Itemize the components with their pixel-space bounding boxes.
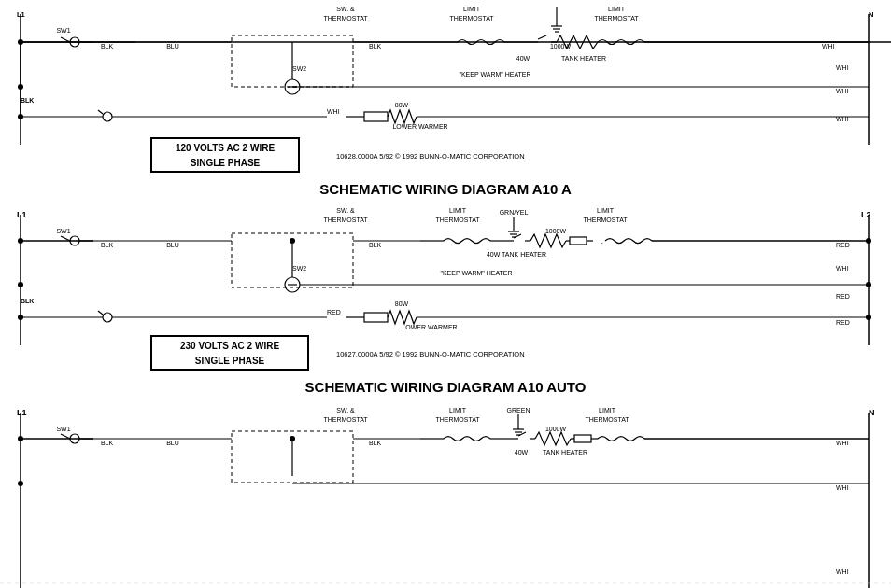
40w-label-3: 40W [515, 449, 529, 455]
svg-rect-33 [364, 112, 388, 121]
svg-point-80 [866, 238, 871, 244]
whi-label-1b: WHI [836, 64, 849, 71]
keep-warm-label-2: "KEEP WARM" HEATER [440, 270, 512, 276]
limit-thermostat-left-2: LIMIT [449, 207, 467, 214]
tank-heater-label-3: TANK HEATER [543, 449, 587, 455]
svg-line-59 [514, 234, 521, 238]
svg-point-30 [103, 112, 112, 121]
whi-label-2b: WHI [836, 265, 849, 272]
l1-label-2: L1 [17, 210, 27, 219]
svg-point-110 [290, 436, 295, 441]
svg-text:THERMOSTAT: THERMOSTAT [449, 15, 494, 21]
limit-thermostat-left-1: LIMIT [463, 6, 481, 12]
svg-text:THERMOSTAT: THERMOSTAT [435, 416, 480, 423]
n-label-3: N [869, 408, 875, 417]
diagram-title-1: SCHEMATIC WIRING DIAGRAM A10 A [319, 181, 572, 197]
sw-thermostat-label-2: SW. & [336, 207, 355, 214]
svg-text:THERMOSTAT: THERMOSTAT [323, 15, 368, 21]
1000w-label-2: 1000W [545, 228, 567, 234]
sw-thermostat-label-3: SW. & [336, 407, 355, 413]
blk-label-3b: BLK [369, 440, 382, 446]
blk-label-1b: BLK [369, 43, 382, 49]
red-label-2d: RED [327, 309, 341, 315]
svg-point-112 [18, 481, 23, 486]
svg-point-79 [18, 315, 23, 320]
1000w-label-3: 1000W [545, 426, 567, 432]
blk-label-1c: BLK [21, 97, 34, 104]
diagram-title-2: SCHEMATIC WIRING DIAGRAM A10 AUTO [305, 379, 587, 395]
limit-thermostat-right-2: LIMIT [597, 207, 615, 214]
80w-label-1: 80W [395, 102, 409, 108]
svg-point-37 [18, 39, 23, 45]
voltage-label-1a: 120 VOLTS AC 2 WIRE [176, 143, 275, 153]
lower-warmer-label-1: LOWER WARMER [392, 123, 447, 130]
sw-thermostat-label-1: SW. & [336, 6, 355, 12]
svg-text:THERMOSTAT: THERMOSTAT [323, 217, 368, 223]
svg-text:THERMOSTAT: THERMOSTAT [583, 217, 628, 223]
svg-rect-61 [570, 237, 587, 245]
svg-point-111 [18, 436, 23, 441]
green-label-3: GREEN [507, 407, 530, 413]
tank-heater-label-1: TANK HEATER [561, 55, 606, 62]
sw2-label-1: SW2 [292, 65, 306, 72]
svg-line-72 [98, 311, 103, 315]
grn-yel-label: GRN/YEL [500, 209, 529, 216]
sw2-label-2: SW2 [292, 265, 306, 272]
n-label-1: N [869, 10, 873, 19]
l1-label-3: L1 [17, 408, 27, 417]
whi-label-3a: WHI [836, 440, 849, 446]
svg-rect-74 [364, 313, 388, 322]
svg-line-31 [98, 110, 103, 114]
lower-warmer-label-2: LOWER WARMER [402, 324, 457, 330]
blu-label-3: BLU [166, 440, 179, 446]
svg-point-39 [18, 114, 23, 119]
blk-label-2c: BLK [21, 298, 34, 304]
blu-label-1: BLU [166, 43, 179, 49]
red-label-2c: RED [836, 319, 850, 326]
whi-label-1c: WHI [836, 88, 849, 94]
dash-separator: - [601, 238, 603, 246]
svg-text:THERMOSTAT: THERMOSTAT [594, 15, 639, 21]
svg-text:THERMOSTAT: THERMOSTAT [323, 416, 368, 423]
sw1-label-3: SW1 [56, 426, 70, 432]
sw1-label-1: SW1 [56, 27, 70, 34]
l2-label-2: L2 [861, 210, 871, 219]
limit-thermostat-right-3: LIMIT [599, 407, 616, 413]
voltage-label-2b: SINGLE PHASE [195, 356, 265, 366]
svg-point-69 [290, 238, 295, 244]
svg-text:THERMOSTAT: THERMOSTAT [585, 416, 629, 423]
limit-thermostat-right-1: LIMIT [608, 6, 626, 12]
page-container: L1 N SW1 BLK SW. & THERMOSTAT LIMIT THER… [0, 0, 891, 588]
keep-warm-label-1: "KEEP WARM" HEATER [459, 71, 530, 77]
svg-rect-104 [574, 435, 591, 442]
voltage-label-1b: SINGLE PHASE [191, 158, 261, 168]
blk-label-3a: BLK [101, 440, 114, 446]
svg-text:THERMOSTAT: THERMOSTAT [435, 217, 480, 223]
blk-label-1a: BLK [101, 43, 114, 49]
copyright-1: 10628.0000A 5/92 © 1992 BUNN-O-MATIC COR… [336, 152, 525, 161]
svg-line-20 [538, 35, 546, 39]
blk-label-2a: BLK [101, 242, 114, 248]
voltage-label-2a: 230 VOLTS AC 2 WIRE [180, 341, 279, 351]
svg-point-77 [18, 238, 23, 244]
copyright-2: 10627.0000A 5/92 © 1992 BUNN-O-MATIC COR… [336, 350, 525, 358]
40w-label-1: 40W [516, 55, 530, 62]
40w-label-2: 40W TANK HEATER [487, 251, 546, 258]
80w-label-2: 80W [395, 301, 409, 307]
whi-label-1e: WHI [327, 108, 340, 115]
limit-thermostat-left-3: LIMIT [449, 407, 467, 413]
whi-label-3b: WHI [836, 484, 849, 491]
red-label-2a: RED [836, 242, 850, 248]
sw1-label-2: SW1 [56, 228, 70, 234]
red-label-2b: RED [836, 293, 850, 300]
whi-label-3c: WHI [836, 568, 849, 575]
whi-label-1a: WHI [822, 43, 835, 49]
svg-point-82 [866, 315, 871, 320]
svg-point-38 [18, 84, 23, 90]
svg-point-81 [866, 282, 871, 287]
blk-label-2b: BLK [369, 242, 382, 248]
blu-label-2: BLU [166, 242, 179, 248]
svg-point-78 [18, 282, 23, 287]
svg-point-71 [103, 313, 112, 322]
